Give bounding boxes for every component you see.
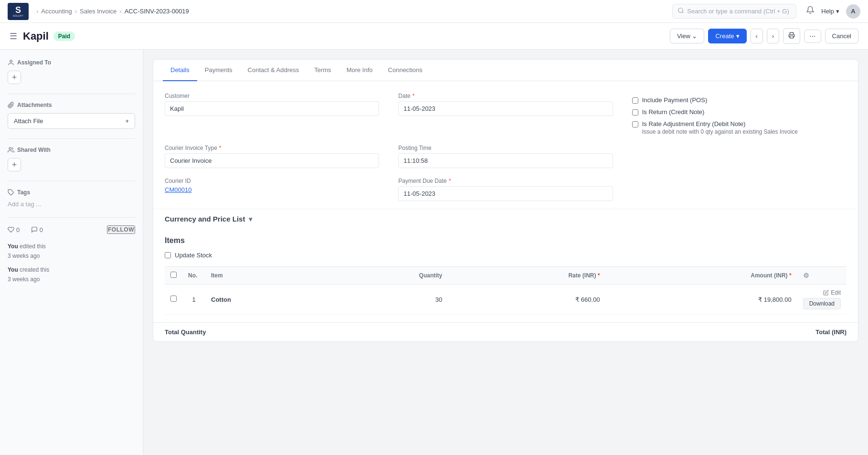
tab-terms[interactable]: Terms xyxy=(307,60,339,81)
breadcrumb-sep-1: › xyxy=(36,8,38,15)
amount-required: * xyxy=(789,272,792,279)
payment-due-required: * xyxy=(449,178,451,184)
comment-icon[interactable] xyxy=(31,226,38,233)
courier-type-required: * xyxy=(219,145,222,151)
th-item: Item xyxy=(205,267,321,285)
hamburger-icon[interactable]: ☰ xyxy=(10,31,17,42)
help-chevron-icon: ▾ xyxy=(836,8,839,15)
heart-icon[interactable] xyxy=(8,226,14,233)
print-button[interactable] xyxy=(783,28,800,44)
th-actions: ⚙ xyxy=(797,267,847,285)
th-rate: Rate (INR) * xyxy=(448,267,605,285)
breadcrumb-sep-3: › xyxy=(119,8,121,15)
divider-4 xyxy=(8,217,135,218)
posting-time-input[interactable] xyxy=(398,153,613,168)
courier-id-link[interactable]: CM00010 xyxy=(165,183,191,197)
row-actions-cell: Edit Download xyxy=(797,285,847,315)
view-button[interactable]: View ⌄ xyxy=(670,29,705,43)
row-quantity: 30 xyxy=(321,285,448,315)
is-return-item: Is Return (Credit Note) xyxy=(632,108,847,116)
create-chevron-icon: ▾ xyxy=(736,32,740,40)
form-area: Customer Date * xyxy=(153,81,858,209)
page-header: ☰ Kapil Paid View ⌄ Create ▾ ‹ › ··· Can… xyxy=(0,23,868,50)
include-payment-item: Include Payment (POS) xyxy=(632,96,847,104)
tab-more-info[interactable]: More Info xyxy=(339,60,381,81)
update-stock-checkbox[interactable] xyxy=(165,252,171,258)
rate-required: * xyxy=(598,272,600,279)
tab-payments[interactable]: Payments xyxy=(197,60,240,81)
prev-button[interactable]: ‹ xyxy=(751,29,763,43)
row-amount: ₹ 19,800.00 xyxy=(605,285,797,315)
avatar[interactable]: A xyxy=(846,4,860,19)
likes-item: 0 xyxy=(8,226,20,233)
th-amount: Amount (INR) * xyxy=(605,267,797,285)
logo-s-letter: S xyxy=(15,6,21,14)
attachments-title: Attachments xyxy=(8,102,135,108)
edit-icon xyxy=(823,290,829,296)
courier-type-input[interactable] xyxy=(165,153,379,168)
svg-point-3 xyxy=(10,60,12,63)
add-assigned-button[interactable]: + xyxy=(8,71,21,84)
select-all-checkbox[interactable] xyxy=(170,272,177,278)
download-button[interactable]: Download xyxy=(803,298,841,309)
row-actions: Edit Download xyxy=(803,289,841,309)
form-grid-row1: Customer Date * xyxy=(165,93,847,135)
currency-chevron-icon: ▾ xyxy=(249,215,252,223)
total-inr-label: Total (INR) xyxy=(815,328,847,336)
courier-id-label: Courier ID xyxy=(165,178,379,184)
debit-note-desc: Issue a debit note with 0 qty against an… xyxy=(642,128,798,135)
row-checkbox[interactable] xyxy=(170,296,177,302)
divider-1 xyxy=(8,94,135,94)
customer-field: Customer xyxy=(165,93,379,135)
update-stock-row: Update Stock xyxy=(165,252,847,259)
breadcrumb-accounting[interactable]: Accounting xyxy=(41,8,72,15)
currency-title: Currency and Price List xyxy=(165,215,245,223)
is-return-label: Is Return (Credit Note) xyxy=(642,108,705,116)
follow-button[interactable]: FOLLOW xyxy=(107,225,135,234)
breadcrumb-sales-invoice[interactable]: Sales Invoice xyxy=(80,8,116,15)
navbar: S SOLUFY › Accounting › Sales Invoice › … xyxy=(0,0,868,23)
form-grid-row2: Courier Invoice Type * Posting Time xyxy=(165,145,847,168)
help-label: Help xyxy=(821,8,834,15)
notification-bell-icon[interactable] xyxy=(806,6,815,17)
items-section: Items Update Stock No. Item Quantity xyxy=(153,229,858,322)
assigned-to-section: Assigned To + xyxy=(8,59,135,84)
tab-contact[interactable]: Contact & Address xyxy=(240,60,307,81)
create-button[interactable]: Create ▾ xyxy=(708,29,746,43)
gear-icon[interactable]: ⚙ xyxy=(803,272,809,279)
search-bar[interactable]: Search or type a command (Ctrl + G) xyxy=(672,4,796,19)
help-button[interactable]: Help ▾ xyxy=(821,8,839,15)
total-quantity-label: Total Quantity xyxy=(165,328,206,336)
assigned-to-title: Assigned To xyxy=(8,59,135,66)
add-tag-text[interactable]: Add a tag ... xyxy=(8,201,41,208)
tab-connections[interactable]: Connections xyxy=(381,60,430,81)
customer-input[interactable] xyxy=(165,101,379,116)
dot-separator: · xyxy=(24,226,26,233)
payment-due-label: Payment Due Date * xyxy=(398,178,613,184)
add-shared-button[interactable]: + xyxy=(8,158,21,171)
tags-title: Tags xyxy=(8,189,135,196)
row-checkbox-cell xyxy=(165,285,182,315)
user-icon xyxy=(8,59,14,66)
cancel-button[interactable]: Cancel xyxy=(825,29,858,43)
is-rate-adj-checkbox[interactable] xyxy=(632,121,638,127)
payment-due-input[interactable] xyxy=(398,186,613,201)
logo-tagline: SOLUFY xyxy=(13,14,23,17)
attach-file-button[interactable]: Attach File + xyxy=(8,113,135,129)
include-payment-checkbox[interactable] xyxy=(632,97,638,104)
activity-bar: 0 · 0 FOLLOW xyxy=(8,225,135,234)
row-item: Cotton xyxy=(205,285,321,315)
edit-button[interactable]: Edit xyxy=(823,289,841,296)
is-return-checkbox[interactable] xyxy=(632,109,638,116)
more-options-button[interactable]: ··· xyxy=(804,30,821,43)
currency-section-header[interactable]: Currency and Price List ▾ xyxy=(153,209,858,229)
next-button[interactable]: › xyxy=(767,29,779,43)
tab-details[interactable]: Details xyxy=(163,60,197,81)
date-input[interactable] xyxy=(398,101,613,116)
posting-time-field: Posting Time xyxy=(398,145,613,168)
tags-section: Tags Add a tag ... xyxy=(8,189,135,208)
form-grid-row3: Courier ID CM00010 Payment Due Date * xyxy=(165,178,847,201)
items-table: No. Item Quantity Rate (INR) * Amount (I… xyxy=(165,266,847,315)
print-icon xyxy=(788,32,795,39)
view-chevron-icon: ⌄ xyxy=(692,32,697,40)
